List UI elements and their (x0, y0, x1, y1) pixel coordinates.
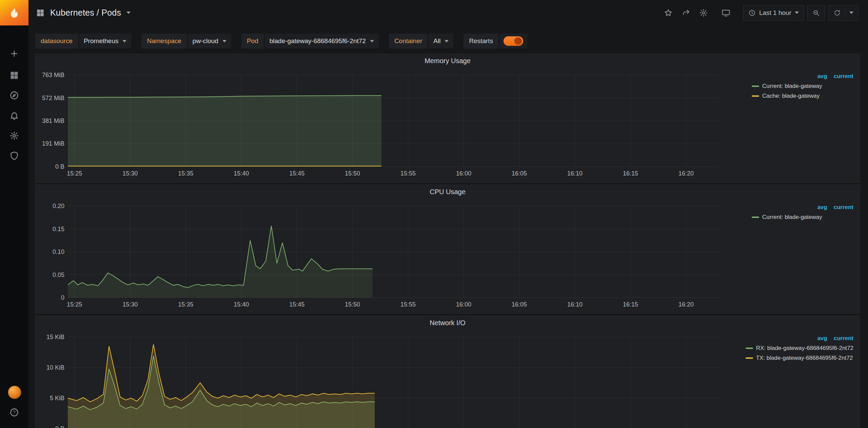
variable-pod-selected: blade-gateway-68684695f6-2nt72 (270, 37, 366, 45)
svg-text:15:40: 15:40 (234, 170, 249, 177)
user-avatar[interactable] (8, 386, 21, 399)
svg-text:10 KiB: 10 KiB (46, 364, 64, 371)
panel-network-io: Network I/O 15:2515:3015:3515:4015:4515:… (35, 316, 860, 428)
chevron-down-icon (370, 40, 374, 42)
panel-title[interactable]: Network I/O (36, 316, 860, 330)
gear-icon (9, 131, 19, 141)
dashboard-title[interactable]: Kubernetes / Pods (50, 8, 121, 18)
svg-text:15:30: 15:30 (122, 170, 138, 177)
time-picker[interactable]: Last 1 hour (743, 5, 804, 21)
legend-row[interactable]: Current: blade-gateway (752, 214, 853, 221)
chevron-down-icon (222, 40, 226, 42)
legend-row[interactable]: TX: blade-gateway-68684695f6-2nt72 (746, 355, 853, 361)
svg-text:16:00: 16:00 (456, 170, 471, 177)
svg-text:0.15: 0.15 (53, 226, 64, 232)
variable-restarts: Restarts (463, 34, 527, 49)
legend-series-name[interactable]: RX: blade-gateway-68684695f6-2nt72 (756, 345, 853, 352)
toggle-knob (514, 37, 522, 45)
svg-text:16:20: 16:20 (678, 301, 694, 308)
svg-text:15:30: 15:30 (122, 301, 138, 308)
refresh-interval-caret-icon[interactable] (849, 12, 853, 14)
svg-text:15 KiB: 15 KiB (46, 334, 64, 340)
memory-usage-chart[interactable]: 15:2515:3015:3515:4015:4515:5015:5516:00… (36, 68, 725, 183)
svg-text:15:50: 15:50 (345, 301, 360, 308)
sidebar-item-create[interactable] (0, 45, 28, 62)
sidebar-item-server-admin[interactable] (0, 147, 28, 165)
legend-header: avg current (752, 204, 853, 211)
variable-pod-value[interactable]: blade-gateway-68684695f6-2nt72 (265, 34, 379, 49)
svg-text:16:00: 16:00 (456, 301, 471, 308)
legend-series-name[interactable]: Current: blade-gateway (762, 83, 822, 90)
legend-series-name[interactable]: Current: blade-gateway (762, 214, 822, 221)
star-dashboard-button[interactable] (664, 8, 673, 17)
divider (845, 8, 845, 17)
restarts-toggle[interactable] (504, 36, 523, 46)
sidebar-item-alerting[interactable] (0, 107, 28, 125)
variable-namespace-value[interactable]: pw-cloud (188, 34, 231, 49)
svg-text:763 MiB: 763 MiB (42, 72, 64, 78)
zoom-out-button[interactable] (807, 5, 825, 21)
legend-series-marker (752, 217, 759, 218)
svg-text:15:45: 15:45 (289, 170, 304, 177)
top-navbar: Kubernetes / Pods Last 1 hour (28, 0, 868, 25)
variable-container-value[interactable]: All (429, 34, 453, 49)
panel-memory-usage: Memory Usage 15:2515:3015:3515:4015:4515… (35, 54, 860, 183)
legend-sort-current[interactable]: current (833, 335, 853, 341)
network-io-chart[interactable]: 15:2515:3015:3515:4015:4515:5015:5516:00… (36, 330, 725, 428)
variable-datasource-value[interactable]: Prometheus (79, 34, 131, 49)
legend-rows: RX: blade-gateway-68684695f6-2nt72TX: bl… (746, 345, 853, 361)
dashboard-settings-button[interactable] (699, 8, 708, 17)
panel-cpu-usage: CPU Usage 15:2515:3015:3515:4015:4515:50… (35, 185, 860, 314)
legend-row[interactable]: Cache: blade-gateway (752, 93, 853, 99)
restarts-switch-chip[interactable] (499, 34, 527, 49)
dashboard-title-caret-icon[interactable] (126, 12, 131, 14)
svg-text:15:40: 15:40 (234, 301, 249, 308)
flame-icon (7, 5, 22, 20)
svg-text:15:55: 15:55 (400, 170, 416, 177)
variable-pod: Pod blade-gateway-68684695f6-2nt72 (241, 34, 379, 49)
sidebar-item-configuration[interactable] (0, 127, 28, 145)
svg-text:15:55: 15:55 (400, 301, 416, 308)
svg-text:381 MiB: 381 MiB (42, 117, 64, 124)
grafana-logo[interactable] (0, 0, 28, 25)
sidebar-item-explore[interactable] (0, 87, 28, 104)
legend-header: avg current (746, 335, 853, 342)
legend-row[interactable]: Current: blade-gateway (752, 83, 853, 90)
legend-sort-avg[interactable]: avg (817, 335, 827, 341)
cpu-usage-chart[interactable]: 15:2515:3015:3515:4015:4515:5015:5516:00… (36, 199, 725, 314)
refresh-button-group[interactable] (828, 5, 859, 21)
legend-header: avg current (752, 73, 853, 80)
variable-namespace-selected: pw-cloud (193, 37, 218, 45)
legend-series-marker (746, 357, 753, 359)
svg-text:15:35: 15:35 (178, 301, 193, 308)
chevron-down-icon (122, 40, 126, 42)
panel-title[interactable]: CPU Usage (36, 185, 860, 199)
legend-row[interactable]: RX: blade-gateway-68684695f6-2nt72 (746, 345, 853, 352)
legend-series-name[interactable]: TX: blade-gateway-68684695f6-2nt72 (756, 355, 853, 361)
sidebar-item-help[interactable]: ? (0, 404, 28, 421)
time-picker-caret-icon (795, 12, 799, 14)
tv-icon (722, 8, 730, 17)
legend-sort-avg[interactable]: avg (817, 73, 827, 79)
plus-icon (9, 49, 19, 58)
share-dashboard-button[interactable] (682, 8, 690, 17)
sidebar-item-dashboards[interactable] (0, 67, 28, 84)
legend-series-name[interactable]: Cache: blade-gateway (762, 93, 820, 99)
variable-container: Container All (389, 34, 454, 49)
bell-icon (9, 111, 19, 120)
zoom-out-icon (812, 9, 820, 17)
legend-sort-avg[interactable]: avg (817, 204, 827, 210)
cycle-view-mode-button[interactable] (722, 8, 730, 17)
dashboard-picker-icon[interactable] (36, 8, 45, 17)
legend-sort-current[interactable]: current (833, 204, 853, 210)
legend: avg current RX: blade-gateway-68684695f6… (746, 335, 853, 361)
dashboard-variables: datasource Prometheus Namespace pw-cloud… (35, 34, 537, 49)
help-icon: ? (9, 408, 19, 417)
variable-restarts-label: Restarts (463, 34, 498, 49)
clock-icon (748, 9, 756, 17)
variable-pod-label: Pod (241, 34, 264, 49)
variable-container-label: Container (389, 34, 428, 49)
panel-title[interactable]: Memory Usage (36, 54, 860, 68)
svg-text:0 B: 0 B (55, 425, 64, 428)
legend-sort-current[interactable]: current (833, 73, 853, 79)
